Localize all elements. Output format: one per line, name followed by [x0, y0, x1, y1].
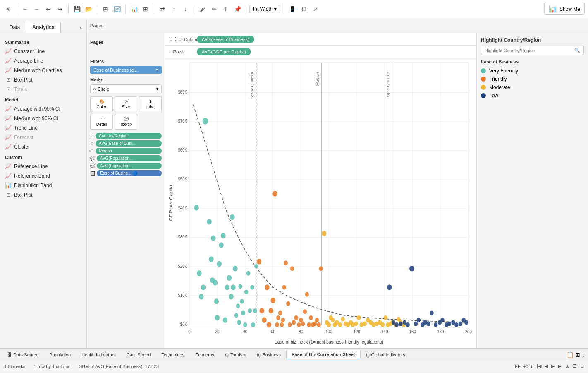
format-icon[interactable]: T — [221, 4, 231, 14]
field-pill-region[interactable]: Region — [96, 148, 162, 154]
marks-size-button[interactable]: ⊙ Size — [115, 96, 137, 112]
tab-tourism[interactable]: ⊞ Tourism — [220, 350, 252, 359]
med-ci-icon: 📈 — [5, 115, 12, 121]
nav-first-icon[interactable]: |◀ — [537, 363, 541, 369]
svg-point-80 — [254, 264, 258, 268]
filter-chip-ease[interactable]: Ease of Business (cl... ≡ — [90, 66, 162, 74]
legend-item-low[interactable]: Low — [481, 91, 584, 100]
legend-item-friendly[interactable]: Friendly — [481, 75, 584, 83]
save-icon[interactable]: 💾 — [72, 4, 82, 14]
field-pill-pop2[interactable]: AVG(Population... — [97, 163, 162, 169]
tab-technology[interactable]: Technology — [156, 350, 190, 359]
svg-text:$70K: $70K — [178, 118, 188, 123]
svg-text:$80K: $80K — [178, 89, 188, 94]
svg-point-146 — [394, 322, 399, 327]
legend-item-very-friendly[interactable]: Very Friendly — [481, 67, 584, 75]
nav-prev-icon[interactable]: ◀ — [545, 363, 548, 369]
sidebar-item-reference-band[interactable]: 📈 Reference Band — [0, 171, 86, 180]
sidebar-item-trend-line[interactable]: 📈 Trend Line — [0, 123, 86, 132]
middle-panel: Pages Filters Ease of Business (cl... ≡ … — [87, 33, 165, 348]
detail-label: Detail — [96, 122, 107, 127]
device-preview-icon[interactable]: 📱 — [287, 4, 297, 14]
new-sheet-icon[interactable]: 📋 — [566, 351, 574, 358]
redo-icon[interactable]: ↪ — [55, 4, 65, 14]
tab-analytics[interactable]: Analytics — [26, 22, 60, 33]
sort-sheets-icon[interactable]: ↕ — [582, 351, 585, 358]
sidebar-item-box-plot-sum[interactable]: ⊡ Box Plot — [0, 75, 86, 84]
marks-tooltip-button[interactable]: 💬 Tooltip — [115, 114, 137, 130]
refresh-icon[interactable]: 🔄 — [112, 4, 122, 14]
columns-pill[interactable]: AVG(Ease of Business) — [197, 36, 254, 43]
tab-tourism-label: Tourism — [230, 352, 246, 357]
tab-data[interactable]: Data — [3, 22, 26, 33]
new-datasource-icon[interactable]: ⊞ — [100, 4, 110, 14]
highlight-search-box[interactable]: 🔍 — [481, 46, 584, 55]
marks-label-button[interactable]: T Label — [139, 96, 162, 112]
tab-business[interactable]: ⊞ Business — [251, 350, 286, 359]
sidebar-item-median-quartiles[interactable]: 📈 Median with Quartiles — [0, 65, 86, 75]
tab-population[interactable]: Population — [44, 350, 76, 359]
columns-shelf-label: ⋮⋮⋮ Columns — [169, 36, 194, 42]
sort-desc-icon[interactable]: ↓ — [181, 4, 191, 14]
nav-next-icon[interactable]: ▶ — [551, 363, 555, 369]
marks-color-button[interactable]: 🎨 Color — [90, 96, 113, 112]
undo-icon[interactable]: ↩ — [43, 4, 53, 14]
duplicate-sheet-icon[interactable]: ⊞ — [575, 351, 580, 358]
marks-type-dropdown[interactable]: ○ Circle ▾ — [90, 84, 162, 93]
fit-width-dropdown[interactable]: Fit Width ▾ — [249, 5, 280, 13]
view-grid-icon[interactable]: ⊟ — [580, 363, 584, 369]
sidebar-collapse-icon[interactable]: ‹ — [78, 23, 83, 33]
nav-last-icon[interactable]: ▶| — [558, 363, 562, 369]
sort-asc-icon[interactable]: ↑ — [169, 4, 179, 14]
forward-icon[interactable]: → — [32, 4, 42, 14]
filters-title: Filters — [90, 59, 162, 64]
svg-point-157 — [434, 322, 438, 327]
highlight-icon[interactable]: 🖌 — [198, 4, 208, 14]
sidebar-item-cluster[interactable]: 📈 Cluster — [0, 142, 86, 152]
sidebar-item-avg-95ci[interactable]: 📈 Average with 95% CI — [0, 104, 86, 113]
svg-point-155 — [426, 322, 430, 326]
chart-type-icon[interactable]: 📊 — [129, 4, 139, 14]
marks-detail-button[interactable]: ⋯ Detail — [90, 114, 113, 130]
tab-health-indicators[interactable]: Health Indicators — [76, 350, 121, 359]
show-me-button[interactable]: 📊 Show Me — [544, 3, 585, 15]
legend-label-very-friendly: Very Friendly — [489, 68, 518, 74]
view-cards-icon[interactable]: ⊞ — [566, 363, 569, 369]
swap-icon[interactable]: ⇄ — [158, 4, 167, 14]
svg-text:$10K: $10K — [178, 292, 188, 298]
share-icon[interactable]: ↗ — [311, 4, 320, 14]
tab-economy[interactable]: Economy — [190, 350, 220, 359]
table-icon[interactable]: ⊞ — [141, 4, 151, 14]
tab-ease-of-biz[interactable]: Ease of Biz Correlation Sheet — [286, 350, 360, 359]
field-pill-country[interactable]: Country/Region — [96, 133, 162, 139]
global-icon: ⊞ — [366, 352, 370, 358]
highlight-search-input[interactable] — [485, 48, 574, 53]
sidebar-item-box-plot-cus[interactable]: ⊡ Box Plot — [0, 190, 86, 200]
desktop-icon[interactable]: 🖥 — [299, 4, 309, 14]
tab-care-spend[interactable]: Care Spend — [121, 350, 156, 359]
toolbar-sep-5 — [154, 4, 154, 14]
field-pill-eob[interactable]: Ease of Busine... 🔵 — [97, 170, 162, 176]
annotate-icon[interactable]: ✏ — [209, 4, 219, 14]
back-icon[interactable]: ← — [20, 4, 30, 14]
open-icon[interactable]: 📂 — [84, 4, 93, 14]
field-pill-pop1[interactable]: AVG(Population... — [97, 155, 162, 161]
sidebar-item-med-95ci[interactable]: 📈 Median with 95% CI — [0, 113, 86, 123]
sidebar-item-distribution-band[interactable]: 📊 Distribution Band — [0, 180, 86, 190]
svg-point-100 — [294, 315, 298, 320]
sidebar-item-average-line[interactable]: 📈 Average Line — [0, 56, 86, 65]
sidebar-item-reference-line[interactable]: 📈 Reference Line — [0, 161, 86, 171]
view-list-icon[interactable]: ☰ — [573, 363, 577, 369]
pin-icon[interactable]: 📌 — [232, 4, 242, 14]
sidebar-item-constant-line[interactable]: 📈 Constant Line — [0, 46, 86, 56]
box-plot-cus-label: Box Plot — [14, 192, 33, 198]
dist-band-icon: 📊 — [5, 182, 12, 188]
rows-shelf: ≡ Rows AVG(GDP per Capita) — [165, 46, 476, 58]
average-line-label: Average Line — [14, 58, 43, 64]
tab-data-source[interactable]: 🗄 Data Source — [2, 350, 44, 359]
legend-item-moderate[interactable]: Moderate — [481, 83, 584, 91]
tab-global-indicators[interactable]: ⊞ Global Indicators — [361, 350, 411, 359]
field-pill-ease[interactable]: AVG(Ease of Busi... — [96, 140, 162, 147]
rows-pill[interactable]: AVG(GDP per Capita) — [197, 48, 251, 55]
svg-point-79 — [253, 308, 257, 313]
